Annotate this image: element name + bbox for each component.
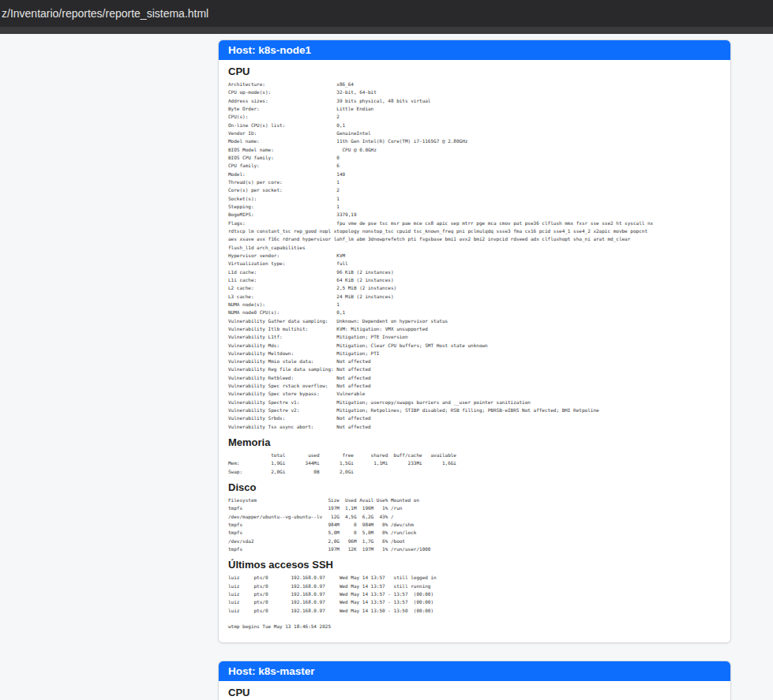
disco-output: Filesystem Size Used Avail Use% Mounted … [228, 496, 721, 553]
host-card-body: CPU Architecture: x86_64 [219, 681, 730, 700]
cpu-output: Architecture: x86_64 CPU op-mode(s): 32-… [228, 80, 721, 431]
section-title-cpu: CPU [228, 66, 721, 77]
ssh-output: luiz pts/0 192.168.0.97 Wed May 14 13:57… [228, 574, 721, 631]
titlebar-separator [0, 27, 773, 34]
host-card-header: Host: k8s-node1 [219, 40, 730, 60]
window-titlebar: z/Inventario/reportes/reporte_sistema.ht… [0, 0, 773, 27]
memoria-output: total used free shared buff/cache availa… [228, 451, 721, 476]
section-title-cpu: CPU [228, 687, 721, 698]
section-title-memoria: Memoria [228, 437, 721, 448]
section-title-disco: Disco [228, 482, 721, 493]
section-title-ssh: Últimos accesos SSH [228, 560, 721, 571]
window-title-path: z/Inventario/reportes/reporte_sistema.ht… [0, 0, 773, 27]
host-card-k8s-master: Host: k8s-master CPU Architecture: x86_6… [218, 661, 731, 700]
report-page: Host: k8s-node1 CPU Architecture: x86_64… [218, 39, 731, 700]
host-card-header: Host: k8s-master [219, 661, 730, 681]
host-card-body: CPU Architecture: x86_64 CPU op-mode(s):… [219, 60, 730, 642]
host-card-k8s-node1: Host: k8s-node1 CPU Architecture: x86_64… [218, 39, 731, 643]
